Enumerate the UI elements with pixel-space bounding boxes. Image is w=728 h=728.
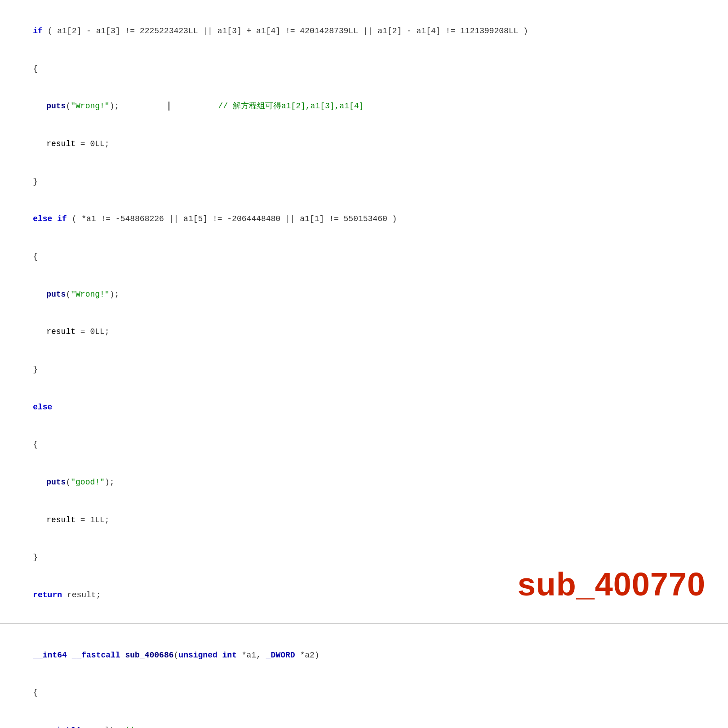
bottom-code-section: __int64 __fastcall sub_400686(unsigned i… bbox=[0, 624, 728, 728]
code-line-12: { bbox=[13, 426, 715, 464]
code-line-5: } bbox=[13, 163, 715, 201]
sub-400770-label: sub_400770 bbox=[518, 559, 706, 610]
code-line-9: result = 0LL; bbox=[13, 313, 715, 351]
code-line-11: else bbox=[13, 389, 715, 426]
code-line-4: result = 0LL; bbox=[13, 125, 715, 163]
code-line-13: puts("good!"); bbox=[13, 464, 715, 502]
func-signature: __int64 __fastcall sub_400686(unsigned i… bbox=[13, 637, 715, 675]
code-line-8: puts("Wrong!"); bbox=[13, 276, 715, 314]
code-line-6: else if ( *a1 != -548868226 || a1[5] != … bbox=[13, 200, 715, 238]
open-brace: { bbox=[13, 674, 715, 712]
code-line-3: puts("Wrong!"); // 解方程组可得a1[2],a1[3],a1[… bbox=[13, 88, 715, 125]
decl-result: __int64 result; // rax bbox=[13, 712, 715, 728]
code-line-2: { bbox=[13, 50, 715, 88]
code-line-14: result = 1LL; bbox=[13, 502, 715, 539]
code-line-1: if ( a1[2] - a1[3] != 2225223423LL || a1… bbox=[13, 13, 715, 50]
code-line-10: } bbox=[13, 351, 715, 389]
top-code-section: if ( a1[2] - a1[3] != 2225223423LL || a1… bbox=[0, 0, 728, 623]
code-line-7: { bbox=[13, 238, 715, 276]
